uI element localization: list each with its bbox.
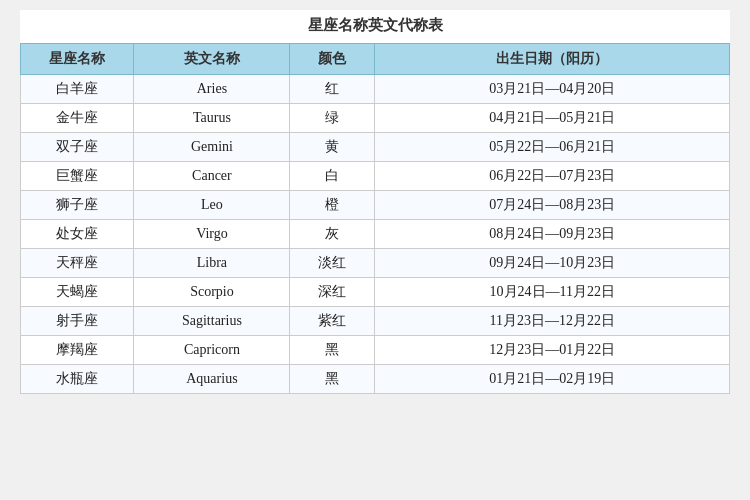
cell-zh: 白羊座 [21,75,134,104]
cell-zh: 金牛座 [21,104,134,133]
cell-en: Libra [134,249,290,278]
cell-color: 深红 [290,278,375,307]
table-row: 金牛座Taurus绿04月21日—05月21日 [21,104,730,133]
cell-zh: 巨蟹座 [21,162,134,191]
cell-en: Scorpio [134,278,290,307]
table-row: 狮子座Leo橙07月24日—08月23日 [21,191,730,220]
header-en: 英文名称 [134,44,290,75]
cell-en: Aquarius [134,365,290,394]
table-row: 水瓶座Aquarius黑01月21日—02月19日 [21,365,730,394]
page-title: 星座名称英文代称表 [20,10,730,43]
cell-zh: 处女座 [21,220,134,249]
table-row: 天蝎座Scorpio深红10月24日—11月22日 [21,278,730,307]
cell-date: 11月23日—12月22日 [375,307,730,336]
cell-en: Sagittarius [134,307,290,336]
cell-en: Aries [134,75,290,104]
cell-en: Capricorn [134,336,290,365]
cell-zh: 水瓶座 [21,365,134,394]
cell-color: 绿 [290,104,375,133]
cell-date: 04月21日—05月21日 [375,104,730,133]
table-row: 白羊座Aries红03月21日—04月20日 [21,75,730,104]
cell-zh: 天蝎座 [21,278,134,307]
cell-date: 05月22日—06月21日 [375,133,730,162]
cell-date: 01月21日—02月19日 [375,365,730,394]
cell-color: 紫红 [290,307,375,336]
cell-color: 黄 [290,133,375,162]
table-row: 天秤座Libra淡红09月24日—10月23日 [21,249,730,278]
cell-zh: 射手座 [21,307,134,336]
cell-date: 09月24日—10月23日 [375,249,730,278]
table-header-row: 星座名称 英文名称 颜色 出生日期（阳历） [21,44,730,75]
cell-zh: 双子座 [21,133,134,162]
cell-date: 07月24日—08月23日 [375,191,730,220]
header-date: 出生日期（阳历） [375,44,730,75]
cell-date: 06月22日—07月23日 [375,162,730,191]
header-zh: 星座名称 [21,44,134,75]
cell-date: 10月24日—11月22日 [375,278,730,307]
cell-date: 08月24日—09月23日 [375,220,730,249]
cell-color: 黑 [290,336,375,365]
cell-color: 灰 [290,220,375,249]
cell-date: 03月21日—04月20日 [375,75,730,104]
zodiac-table: 星座名称 英文名称 颜色 出生日期（阳历） 白羊座Aries红03月21日—04… [20,43,730,394]
cell-en: Taurus [134,104,290,133]
cell-color: 红 [290,75,375,104]
cell-color: 黑 [290,365,375,394]
cell-en: Leo [134,191,290,220]
main-container: 星座名称英文代称表 星座名称 英文名称 颜色 出生日期（阳历） 白羊座Aries… [20,10,730,394]
cell-date: 12月23日—01月22日 [375,336,730,365]
cell-color: 橙 [290,191,375,220]
table-row: 巨蟹座Cancer白06月22日—07月23日 [21,162,730,191]
table-row: 双子座Gemini黄05月22日—06月21日 [21,133,730,162]
cell-color: 淡红 [290,249,375,278]
header-color: 颜色 [290,44,375,75]
table-row: 射手座Sagittarius紫红11月23日—12月22日 [21,307,730,336]
cell-zh: 天秤座 [21,249,134,278]
cell-en: Virgo [134,220,290,249]
table-row: 摩羯座Capricorn黑12月23日—01月22日 [21,336,730,365]
cell-color: 白 [290,162,375,191]
cell-en: Gemini [134,133,290,162]
cell-en: Cancer [134,162,290,191]
table-row: 处女座Virgo灰08月24日—09月23日 [21,220,730,249]
cell-zh: 狮子座 [21,191,134,220]
cell-zh: 摩羯座 [21,336,134,365]
